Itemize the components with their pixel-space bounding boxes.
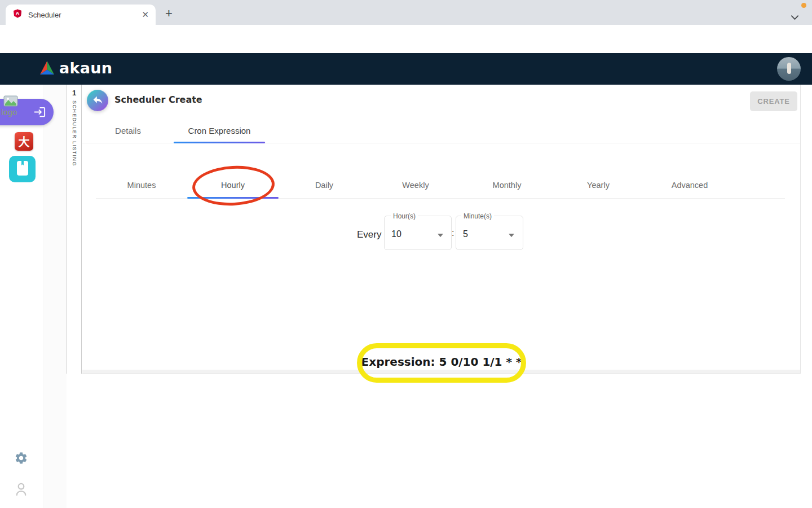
notebook-icon: [16, 160, 29, 179]
app-header: akaun: [0, 53, 812, 85]
sidebar-applet-notebook[interactable]: [9, 156, 36, 182]
cron-expression-text: Expression: 5 0/10 1/1 * *: [357, 355, 526, 369]
cron-tab-active-underline: [187, 197, 279, 199]
tab-title: Scheduler: [28, 11, 142, 19]
minutes-select-label: Minute(s): [461, 212, 494, 220]
tab-cron-expression[interactable]: Cron Expression: [174, 119, 265, 143]
listing-label: SCHEDULER LISTING: [72, 100, 77, 167]
tab-details[interactable]: Details: [82, 119, 174, 143]
minutes-select-value: 5: [463, 229, 468, 239]
akaun-triangle-icon: [38, 60, 56, 76]
main-tab-active-underline: [174, 142, 265, 143]
listing-count: 1: [72, 89, 76, 97]
cron-tab-bar: Minutes Hourly Daily Weekly Monthly Year…: [96, 173, 735, 198]
user-avatar[interactable]: [777, 57, 801, 81]
sidebar-gutter: [44, 85, 67, 508]
browser-tab[interactable]: A Scheduler ✕: [6, 5, 156, 25]
every-label: Every: [357, 229, 381, 240]
tab-hourly[interactable]: Hourly: [187, 173, 279, 198]
angular-icon: A: [12, 8, 23, 21]
content-bottom-edge: [82, 370, 801, 374]
tab-advanced[interactable]: Advanced: [644, 173, 735, 198]
update-indicator-dot: [801, 3, 806, 8]
tab-yearly[interactable]: Yearly: [553, 173, 644, 198]
hours-select-label: Hour(s): [391, 212, 418, 220]
browser-tab-strip: A Scheduler ✕ +: [0, 0, 812, 25]
gear-icon[interactable]: [14, 451, 28, 467]
support-person-icon[interactable]: [15, 482, 28, 498]
chevron-down-icon[interactable]: [791, 12, 799, 23]
brand-name: akaun: [59, 59, 112, 77]
logo-alt-text: logo: [1, 107, 17, 117]
tab-weekly[interactable]: Weekly: [370, 173, 461, 198]
svg-text:A: A: [15, 10, 19, 16]
login-icon: [33, 106, 46, 121]
tab-daily[interactable]: Daily: [279, 173, 370, 198]
hours-select-value: 10: [391, 229, 401, 239]
main-tab-bar: Details Cron Expression: [82, 119, 265, 143]
back-button[interactable]: [87, 90, 108, 111]
page-title: Scheduler Create: [114, 94, 202, 105]
hours-dropdown-arrow-icon[interactable]: [438, 234, 443, 237]
create-button[interactable]: CREATE: [750, 91, 797, 111]
tab-monthly[interactable]: Monthly: [461, 173, 553, 198]
content-right-edge: [800, 85, 801, 374]
dai-character: 大: [19, 133, 30, 150]
sidebar-applet-red[interactable]: 大: [15, 132, 33, 151]
akaun-logo[interactable]: akaun: [38, 59, 112, 77]
time-separator: :: [452, 228, 454, 238]
close-icon[interactable]: ✕: [142, 10, 149, 20]
browser-toolbar: akaun.cloud/#/applets/tnt/wavelet/erp/sc…: [0, 25, 812, 53]
browser-window: A Scheduler ✕ + akaun.cloud/#/applets/tn…: [0, 0, 812, 508]
scheduler-listing-panel[interactable]: 1 SCHEDULER LISTING: [67, 85, 82, 374]
tab-minutes[interactable]: Minutes: [96, 173, 187, 198]
back-arrow-icon: [92, 94, 104, 108]
new-tab-button[interactable]: +: [165, 6, 173, 21]
minutes-dropdown-arrow-icon[interactable]: [509, 234, 514, 237]
